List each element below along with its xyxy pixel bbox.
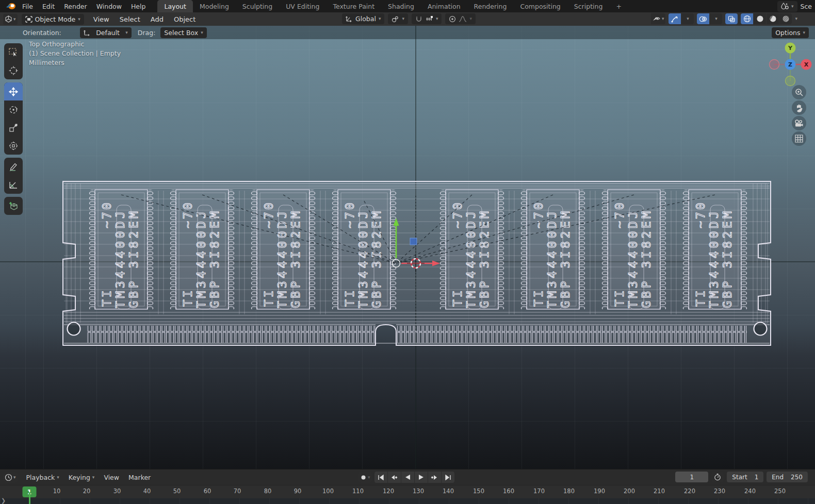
orientation-label: Orientation: <box>23 29 61 37</box>
tab-texture-paint[interactable]: Texture Paint <box>326 0 381 12</box>
jump-to-end-button[interactable] <box>442 472 454 483</box>
menu-select[interactable]: Select <box>115 12 145 26</box>
zoom-button[interactable] <box>792 85 806 99</box>
scene-datablock-button[interactable]: ▾ <box>777 1 797 12</box>
menu-window[interactable]: Window <box>92 0 126 12</box>
editor-type-button[interactable]: ▾ <box>3 14 18 25</box>
tool-rotate[interactable] <box>4 100 23 119</box>
scene-icon <box>781 3 789 10</box>
annotate-pencil-icon <box>9 162 18 172</box>
timeline-channels-area[interactable] <box>0 498 815 504</box>
tool-scale[interactable] <box>4 119 23 137</box>
menu-view[interactable]: View <box>88 12 115 26</box>
tab-modeling[interactable]: Modeling <box>193 0 236 12</box>
mode-dropdown[interactable]: Object Mode ▾ <box>22 14 84 25</box>
tool-cursor[interactable] <box>4 61 23 79</box>
current-frame-field[interactable]: 1 <box>675 472 708 482</box>
pan-hand-button[interactable] <box>792 100 806 115</box>
shading-solid-button[interactable] <box>754 13 766 24</box>
axis-neg-y-ball[interactable] <box>786 76 795 86</box>
play-button[interactable] <box>415 472 428 483</box>
select-box-icon <box>9 48 18 57</box>
tool-annotate[interactable] <box>4 158 23 176</box>
menu-marker[interactable]: Marker <box>124 474 155 481</box>
start-frame-field[interactable]: Start 1 <box>727 472 763 482</box>
measure-ruler-icon <box>9 180 18 190</box>
ruler-tick: 80 <box>264 488 272 495</box>
tab-sculpting[interactable]: Sculpting <box>236 0 279 12</box>
end-frame-field[interactable]: End 250 <box>767 472 808 482</box>
tool-move[interactable] <box>4 82 23 100</box>
xray-toggle[interactable] <box>725 13 738 24</box>
timeline-editor-type-button[interactable]: ▾ <box>3 472 18 483</box>
menu-help[interactable]: Help <box>126 0 151 12</box>
pivot-point-dropdown[interactable]: ▾ <box>388 13 408 24</box>
ruler-tick: 90 <box>294 488 302 495</box>
scene-name-label[interactable]: Sce <box>797 3 815 10</box>
tab-rendering[interactable]: Rendering <box>467 0 514 12</box>
axis-neg-x-ball[interactable] <box>770 60 779 70</box>
tab-uv-editing[interactable]: UV Editing <box>279 0 326 12</box>
camera-icon <box>794 120 804 127</box>
gizmo-plane-handle[interactable] <box>410 238 417 245</box>
transform-tool-icon <box>9 141 18 150</box>
navigation-gizmo[interactable]: Y X Z <box>767 39 814 90</box>
tool-orientation-dropdown[interactable]: Default ▾ <box>80 27 132 38</box>
menu-render[interactable]: Render <box>59 0 92 12</box>
blender-logo-icon[interactable] <box>4 2 18 11</box>
topbar: File Edit Render Window Help Layout Mode… <box>0 0 815 12</box>
next-keyframe-button[interactable] <box>428 472 441 483</box>
active-object-label: (1) Scene Collection | Empty <box>29 49 121 58</box>
menu-object[interactable]: Object <box>169 12 201 26</box>
proportional-editing-controls[interactable]: ▾ <box>445 13 476 24</box>
snap-controls[interactable]: ▾ <box>412 13 442 24</box>
tab-scripting[interactable]: Scripting <box>567 0 610 12</box>
toggle-ortho-button[interactable] <box>792 131 806 146</box>
gizmo-arrow-icon <box>671 15 679 23</box>
menu-add[interactable]: Add <box>145 12 169 26</box>
ruler-tick: 210 <box>654 488 665 495</box>
shading-wireframe-button[interactable] <box>741 13 753 24</box>
tab-layout[interactable]: Layout <box>157 0 193 12</box>
options-dropdown[interactable]: Options ▾ <box>772 27 809 38</box>
overlays-toggle[interactable] <box>697 13 709 24</box>
shading-dropdown[interactable]: ▾ <box>795 16 797 21</box>
channels-expand-chevron[interactable]: ❯ <box>1 497 6 504</box>
prev-keyframe-button[interactable] <box>388 472 401 483</box>
playhead-line[interactable] <box>29 492 30 504</box>
tool-add-cube[interactable] <box>4 197 23 215</box>
tool-transform[interactable] <box>4 137 23 155</box>
tab-add-workspace[interactable]: + <box>609 0 628 12</box>
tool-measure[interactable] <box>4 176 23 194</box>
auto-keying-button[interactable]: ▾ <box>358 472 372 483</box>
timeline-ruler[interactable]: 10 20 30 40 50 60 70 80 90 100 110 120 1… <box>0 485 815 498</box>
menu-file[interactable]: File <box>18 0 38 12</box>
tab-animation[interactable]: Animation <box>421 0 467 12</box>
viewport-3d[interactable]: TI ~70 TM344400DJ GBP 3I82EM <box>0 26 815 469</box>
gizmos-dropdown[interactable]: ▾ <box>681 13 694 24</box>
menu-playback[interactable]: Playback▾ <box>22 474 64 481</box>
shading-rendered-button[interactable] <box>779 13 792 24</box>
ruler-tick: 240 <box>744 488 756 495</box>
mounting-hole-right <box>754 323 767 335</box>
show-object-types-dropdown[interactable]: ▾ <box>651 13 666 24</box>
tab-shading[interactable]: Shading <box>381 0 421 12</box>
tab-compositing[interactable]: Compositing <box>513 0 567 12</box>
gizmos-toggle[interactable] <box>669 13 681 24</box>
overlays-dropdown[interactable]: ▾ <box>710 13 722 24</box>
shading-material-button[interactable] <box>767 13 779 24</box>
camera-view-button[interactable] <box>792 116 806 130</box>
use-preview-range-button[interactable] <box>711 472 724 482</box>
memory-chip <box>331 190 397 309</box>
menu-edit[interactable]: Edit <box>38 0 59 12</box>
transport-controls: ▾ <box>358 472 454 483</box>
menu-keying[interactable]: Keying▾ <box>64 474 100 481</box>
tool-select-box[interactable] <box>4 43 23 61</box>
play-reverse-button[interactable] <box>401 472 414 483</box>
menu-tl-view[interactable]: View <box>99 474 124 481</box>
drag-dropdown[interactable]: Select Box ▾ <box>160 27 206 38</box>
ruler-tick: 60 <box>204 488 211 495</box>
jump-to-start-button[interactable] <box>374 472 387 483</box>
transform-orientation-dropdown[interactable]: Global ▾ <box>342 13 384 24</box>
view-name-label: Top Orthographic <box>29 40 121 49</box>
